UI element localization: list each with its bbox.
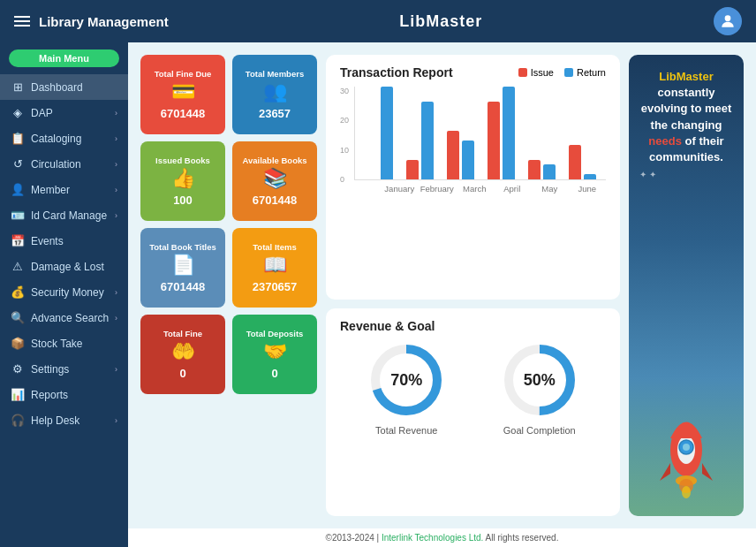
footer-company[interactable]: Interlink Technologies Ltd. bbox=[382, 533, 483, 543]
rocket-area bbox=[646, 174, 726, 507]
issue-label: Issue bbox=[531, 67, 554, 78]
total-revenue-donut: 70% Total Revenue bbox=[367, 340, 446, 436]
sidebar-item-dap[interactable]: ◈ DAP › bbox=[0, 100, 128, 125]
sidebar-item-stock[interactable]: 📦 Stock Take bbox=[0, 330, 128, 356]
issue-dot bbox=[518, 68, 527, 77]
stat-icon-total-fine: 🤲 bbox=[171, 340, 195, 363]
promo-text: LibMaster constantly evolving to meet th… bbox=[638, 69, 735, 165]
rocket-icon bbox=[646, 401, 726, 507]
bar-group-may bbox=[521, 160, 562, 179]
stat-label-total-deposits: Total Deposits bbox=[246, 329, 304, 338]
sidebar-icon-cataloging: 📋 bbox=[11, 132, 25, 145]
bar-return-march bbox=[462, 141, 474, 179]
sidebar-label-settings: Settings bbox=[31, 363, 69, 376]
bar-issue-may bbox=[528, 160, 541, 179]
svg-point-0 bbox=[725, 15, 731, 21]
sidebar-item-cataloging[interactable]: 📋 Cataloging › bbox=[0, 125, 128, 151]
sidebar-item-dashboard[interactable]: ⊞ Dashboard bbox=[0, 74, 128, 100]
footer-copyright: ©2013-2024 | bbox=[326, 533, 382, 543]
chevron-icon-dap: › bbox=[115, 109, 117, 118]
sidebar-label-circulation: Circulation bbox=[31, 158, 81, 171]
sidebar-item-events[interactable]: 📅 Events bbox=[0, 228, 128, 254]
transaction-report-panel: Transaction Report Issue Return bbox=[326, 55, 620, 300]
stat-card-total-members[interactable]: Total Members 👥 23657 bbox=[232, 55, 317, 134]
stat-icon-total-deposits: 🤝 bbox=[263, 340, 287, 363]
stat-icon-issued-books: 👍 bbox=[171, 167, 195, 190]
sidebar-icon-member: 👤 bbox=[11, 183, 25, 196]
sidebar-item-left: 💰 Security Money bbox=[11, 285, 104, 299]
sidebar-item-member[interactable]: 👤 Member › bbox=[0, 177, 128, 202]
goal-percent: 50% bbox=[524, 371, 556, 390]
sidebar-label-damage: Damage & Lost bbox=[31, 261, 104, 273]
sidebar-item-security[interactable]: 💰 Security Money › bbox=[0, 279, 128, 305]
sidebar-item-left: 📦 Stock Take bbox=[11, 337, 82, 350]
sidebar-item-left: 👤 Member bbox=[11, 183, 70, 196]
sidebar-item-left: ◈ DAP bbox=[11, 106, 53, 119]
stat-card-total-deposits[interactable]: Total Deposits 🤝 0 bbox=[232, 315, 317, 394]
sidebar-icon-reports: 📊 bbox=[11, 388, 25, 401]
sidebar-icon-events: 📅 bbox=[11, 234, 25, 247]
sidebar-item-settings[interactable]: ⚙ Settings › bbox=[0, 356, 128, 382]
panel-header: Transaction Report Issue Return bbox=[340, 65, 606, 80]
stat-card-total-book-titles[interactable]: Total Book Titles 📄 6701448 bbox=[140, 228, 225, 308]
sidebar-item-reports[interactable]: 📊 Reports bbox=[0, 382, 128, 407]
sidebar-label-advance: Advance Search bbox=[31, 312, 109, 324]
promo-needs: needs bbox=[648, 134, 682, 148]
bar-return-april bbox=[503, 87, 515, 179]
sidebar-item-left: ⚙ Settings bbox=[11, 362, 69, 376]
sidebar-icon-security: 💰 bbox=[11, 285, 25, 299]
x-axis: JanuaryFebruaryMarchAprilMayJune bbox=[381, 184, 606, 194]
stat-card-issued-books[interactable]: Issued Books 👍 100 bbox=[140, 141, 225, 221]
bar-group-february bbox=[399, 102, 440, 179]
right-panels: Transaction Report Issue Return bbox=[326, 55, 620, 516]
stat-card-total-fine[interactable]: Total Fine 🤲 0 bbox=[140, 315, 225, 394]
main-layout: Main Menu ⊞ Dashboard ◈ DAP › 📋 Catalogi… bbox=[0, 42, 756, 547]
stat-icon-total-book-titles: 📄 bbox=[171, 254, 195, 277]
stat-label-total-fine-due: Total Fine Due bbox=[155, 69, 212, 79]
sidebar-label-helpdesk: Help Desk bbox=[31, 414, 79, 427]
sidebar-item-advance[interactable]: 🔍 Advance Search › bbox=[0, 305, 128, 330]
stat-icon-available-books: 📚 bbox=[263, 167, 287, 190]
menu-toggle[interactable] bbox=[14, 16, 30, 27]
chevron-icon-security: › bbox=[115, 288, 117, 297]
user-avatar[interactable] bbox=[714, 7, 742, 35]
chevron-icon-id-card: › bbox=[115, 211, 117, 220]
revenue-donut-container: 70% bbox=[367, 340, 446, 420]
stat-value-total-items: 2370657 bbox=[253, 280, 298, 293]
stat-card-available-books[interactable]: Available Books 📚 6701448 bbox=[232, 141, 317, 221]
sidebar-item-left: 📅 Events bbox=[11, 234, 64, 247]
sidebar-item-helpdesk[interactable]: 🎧 Help Desk › bbox=[0, 407, 128, 433]
stat-label-available-books: Available Books bbox=[242, 156, 306, 165]
sidebar-label-dap: DAP bbox=[31, 107, 53, 119]
sidebar-item-left: 🪪 Id Card Manage bbox=[11, 209, 107, 222]
chevron-icon-cataloging: › bbox=[115, 134, 117, 143]
bar-group-june bbox=[562, 145, 602, 179]
stat-value-total-deposits: 0 bbox=[271, 367, 277, 380]
revenue-header: Revenue & Goal bbox=[340, 319, 606, 333]
sidebar-item-id-card[interactable]: 🪪 Id Card Manage › bbox=[0, 202, 128, 228]
sidebar-label-events: Events bbox=[31, 235, 64, 247]
bar-return-january bbox=[381, 87, 393, 179]
goal-donut-container: 50% bbox=[500, 340, 579, 420]
stat-value-total-book-titles: 6701448 bbox=[161, 280, 206, 293]
sidebar-icon-advance: 🔍 bbox=[11, 311, 25, 324]
dashboard: Total Fine Due 💳 6701448 Total Members 👥… bbox=[128, 42, 756, 528]
sidebar-item-damage[interactable]: ⚠ Damage & Lost bbox=[0, 254, 128, 279]
sidebar-item-left: 🔍 Advance Search bbox=[11, 311, 109, 324]
stat-value-issued-books: 100 bbox=[173, 194, 193, 207]
goal-caption: Goal Completion bbox=[503, 425, 576, 436]
sidebar: Main Menu ⊞ Dashboard ◈ DAP › 📋 Catalogi… bbox=[0, 42, 128, 547]
stat-card-total-fine-due[interactable]: Total Fine Due 💳 6701448 bbox=[140, 55, 225, 134]
return-label: Return bbox=[577, 67, 606, 78]
sidebar-label-id-card: Id Card Manage bbox=[31, 209, 107, 222]
promo-body: constantly evolving to meet the changing bbox=[641, 86, 732, 131]
bar-group-march bbox=[440, 131, 480, 179]
sidebar-icon-stock: 📦 bbox=[11, 337, 25, 350]
x-label-april: April bbox=[494, 184, 532, 194]
sidebar-label-security: Security Money bbox=[31, 286, 104, 299]
sidebar-label-cataloging: Cataloging bbox=[31, 133, 81, 145]
stat-icon-total-fine-due: 💳 bbox=[171, 80, 195, 103]
revenue-title: Revenue & Goal bbox=[340, 319, 435, 333]
stat-card-total-items[interactable]: Total Items 📖 2370657 bbox=[232, 228, 317, 308]
sidebar-item-circulation[interactable]: ↺ Circulation › bbox=[0, 151, 128, 177]
